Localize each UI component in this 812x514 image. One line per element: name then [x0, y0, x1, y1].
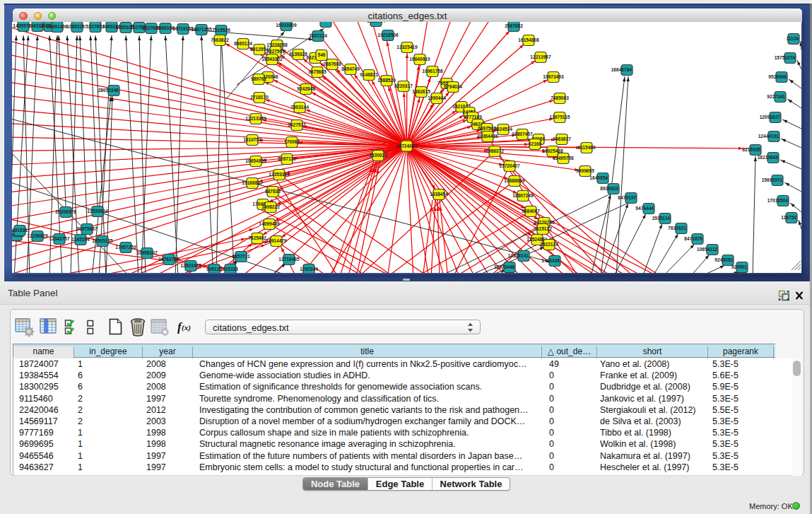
- svg-text:9684067: 9684067: [522, 209, 540, 214]
- svg-text:16782759: 16782759: [158, 257, 180, 262]
- svg-text:20691406: 20691406: [47, 24, 68, 29]
- svg-text:10688609: 10688609: [504, 178, 525, 183]
- svg-text:13325419: 13325419: [396, 45, 418, 49]
- svg-text:11124: 11124: [786, 36, 799, 41]
- svg-text:6466160: 6466160: [156, 25, 175, 30]
- svg-text:10653267: 10653267: [66, 24, 88, 29]
- svg-text:8660124: 8660124: [234, 41, 252, 46]
- svg-text:546: 546: [317, 52, 325, 57]
- svg-text:905135: 905135: [206, 267, 222, 271]
- svg-text:10973493: 10973493: [543, 74, 564, 79]
- svg-text:(x): (x): [182, 323, 191, 332]
- svg-text:8136328: 8136328: [289, 52, 307, 57]
- svg-text:8220317: 8220317: [394, 83, 413, 88]
- svg-text:1145194: 1145194: [71, 237, 90, 242]
- svg-text:18807249: 18807249: [512, 193, 534, 198]
- svg-text:3624534: 3624534: [494, 127, 512, 132]
- svg-text:9115460: 9115460: [577, 145, 596, 150]
- svg-text:19166827: 19166827: [242, 180, 263, 185]
- svg-text:7485063: 7485063: [551, 95, 569, 100]
- svg-text:915333: 915333: [223, 267, 238, 271]
- svg-text:6794024: 6794024: [444, 84, 462, 89]
- svg-text:13975115: 13975115: [550, 115, 570, 119]
- svg-text:1498222: 1498222: [261, 204, 280, 209]
- svg-text:7625402: 7625402: [248, 235, 266, 240]
- svg-text:6479197: 6479197: [618, 195, 636, 200]
- svg-text:2935114: 2935114: [652, 216, 671, 221]
- svg-text:7632621: 7632621: [668, 226, 686, 230]
- svg-text:9227341: 9227341: [767, 94, 785, 99]
- svg-text:8938923: 8938923: [600, 186, 618, 191]
- svg-text:8471876: 8471876: [684, 236, 702, 241]
- svg-text:9427512: 9427512: [288, 122, 306, 127]
- svg-text:12093827: 12093827: [760, 115, 781, 119]
- svg-text:10961758: 10961758: [422, 69, 443, 74]
- svg-text:15692971: 15692971: [762, 177, 783, 182]
- svg-text:9327509: 9327509: [266, 49, 285, 54]
- svg-text:62160: 62160: [529, 141, 542, 146]
- svg-text:19218506: 19218506: [377, 33, 399, 37]
- svg-text:1990444: 1990444: [428, 95, 446, 100]
- svg-text:116753: 116753: [781, 215, 796, 220]
- svg-text:12156829: 12156829: [27, 233, 48, 238]
- svg-text:12539934: 12539934: [87, 209, 108, 214]
- svg-text:12923448: 12923448: [180, 263, 201, 268]
- svg-text:16033809: 16033809: [276, 23, 297, 28]
- svg-text:17957253: 17957253: [115, 245, 136, 250]
- svg-text:1292344: 1292344: [300, 267, 318, 271]
- svg-text:7986372: 7986372: [486, 148, 504, 153]
- svg-text:12505135: 12505135: [92, 238, 113, 243]
- svg-text:15720407: 15720407: [499, 163, 520, 168]
- svg-text:13495758: 13495758: [553, 156, 574, 160]
- svg-text:28053346: 28053346: [98, 88, 119, 93]
- svg-text:8454749: 8454749: [341, 66, 360, 71]
- svg-text:1640954: 1640954: [589, 175, 608, 180]
- svg-text:10654112: 10654112: [697, 247, 717, 252]
- svg-text:1588520: 1588520: [377, 78, 396, 83]
- svg-text:9463627: 9463627: [553, 136, 571, 141]
- svg-text:989761: 989761: [251, 76, 266, 81]
- svg-text:1338454: 1338454: [430, 192, 448, 197]
- svg-text:10958107: 10958107: [136, 250, 158, 255]
- svg-text:20364436: 20364436: [477, 134, 498, 139]
- svg-text:16648784: 16648784: [611, 67, 632, 72]
- svg-text:9146821: 9146821: [360, 72, 378, 77]
- svg-text:1610753: 1610753: [243, 137, 261, 142]
- svg-text:2330021: 2330021: [369, 153, 387, 158]
- svg-text:12342757: 12342757: [49, 236, 70, 241]
- svg-text:7515526: 7515526: [212, 28, 230, 33]
- svg-text:18724007: 18724007: [396, 144, 418, 148]
- svg-text:16640910: 16640910: [409, 57, 430, 62]
- svg-text:14136141: 14136141: [508, 253, 529, 258]
- svg-text:10807457: 10807457: [512, 132, 533, 136]
- svg-text:10654955: 10654955: [245, 158, 266, 163]
- svg-text:9245052: 9245052: [714, 257, 733, 262]
- svg-text:924501: 924501: [731, 264, 747, 269]
- svg-text:9474444: 9474444: [635, 206, 654, 211]
- svg-text:17016504: 17016504: [767, 198, 789, 203]
- svg-text:887833: 887833: [265, 189, 281, 194]
- svg-text:20206576: 20206576: [55, 209, 76, 214]
- svg-text:12923448: 12923448: [494, 264, 515, 269]
- svg-text:9699695: 9699695: [576, 168, 594, 173]
- svg-text:16543362: 16543362: [261, 57, 283, 62]
- svg-text:9457721: 9457721: [232, 254, 250, 259]
- svg-text:8215935: 8215935: [742, 147, 760, 152]
- svg-text:7803144: 7803144: [290, 105, 309, 110]
- svg-text:30975867: 30975867: [76, 226, 98, 231]
- svg-text:9242848: 9242848: [297, 86, 315, 91]
- svg-text:12444191: 12444191: [758, 134, 779, 139]
- svg-text:2718170: 2718170: [250, 95, 269, 100]
- svg-text:8267110: 8267110: [278, 156, 296, 161]
- svg-text:16671355: 16671355: [191, 27, 212, 32]
- svg-text:2867608: 2867608: [323, 62, 341, 66]
- svg-text:16210643: 16210643: [758, 155, 779, 160]
- svg-text:7663822: 7663822: [211, 37, 229, 42]
- svg-text:16914479: 16914479: [266, 238, 287, 243]
- svg-text:391531: 391531: [12, 228, 28, 233]
- svg-text:14099449: 14099449: [259, 221, 280, 226]
- svg-text:12213389: 12213389: [245, 116, 266, 121]
- svg-text:1733426: 1733426: [541, 258, 560, 263]
- svg-text:1362615: 1362615: [412, 89, 430, 94]
- svg-text:12213967: 12213967: [530, 54, 551, 59]
